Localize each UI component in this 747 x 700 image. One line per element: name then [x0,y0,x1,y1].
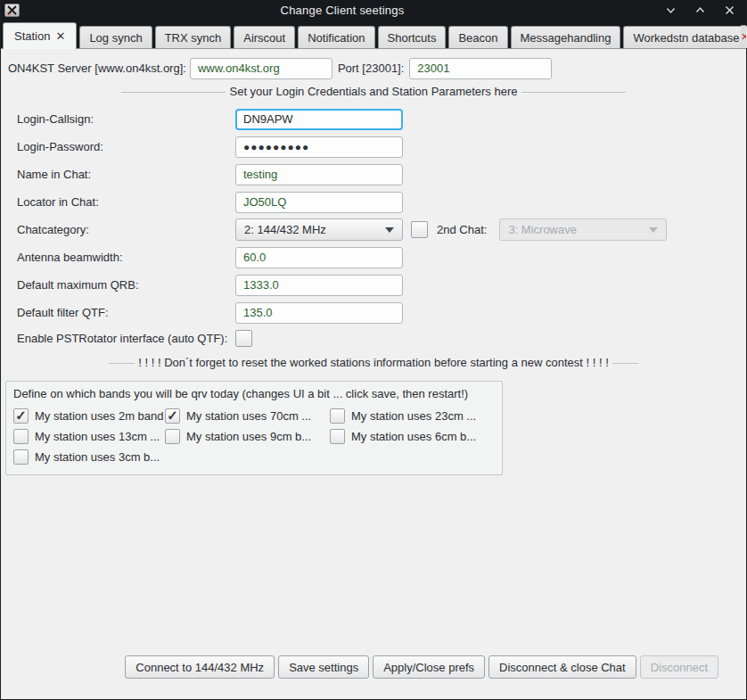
band-13cm-checkbox[interactable] [13,429,29,444]
second-chat-checkbox[interactable] [411,221,428,238]
chatcategory-label: Chatcategory: [17,223,235,236]
second-chat-value: 3: Microwave [508,223,577,236]
band-70cm-label: My station uses 70cm ... [186,409,311,423]
max-qrb-label: Default maximum QRB: [17,278,235,292]
tab-messagehandling[interactable]: Messagehandling [511,26,621,48]
max-qrb-input[interactable] [235,275,403,296]
locator-input[interactable] [235,192,403,213]
contest-warning-separator: ! ! ! ! Don´t forget to reset the worked… [109,356,638,369]
band-3cm-item: My station uses 3cm b... [13,449,165,465]
window-title: Change Client seetings [20,4,665,17]
close-icon[interactable] [724,4,735,16]
band-70cm-item: ✓ My station uses 70cm ... [165,408,330,424]
tab-beacon[interactable]: Beacon [448,26,507,48]
tab-bar: Station ✕ Log synch TRX synch Airscout N… [1,20,746,49]
login-callsign-label: Login-Callsign: [17,112,235,126]
tab-trx-synch[interactable]: TRX synch [155,26,232,48]
band-6cm-label: My station uses 6cm b... [351,430,476,443]
filter-qtf-input[interactable] [235,302,403,324]
x11-logo-icon [7,5,17,15]
bands-groupbox: Define on which bands you will be qrv to… [5,381,503,475]
band-9cm-label: My station uses 9cm b... [186,430,311,443]
app-icon[interactable] [4,4,20,17]
chat-name-input[interactable] [235,164,403,185]
server-label: ON4KST Server [www.on4kst.org]: [8,62,186,75]
band-13cm-item: My station uses 13cm ... [13,429,165,444]
checkmark-icon: ✓ [167,408,178,422]
band-2m-item: ✓ My station uses 2m band [13,408,165,424]
band-23cm-label: My station uses 23cm ... [351,409,476,423]
checkmark-icon: ✓ [15,408,27,422]
maximize-icon[interactable] [694,4,706,16]
contest-warning-text: ! ! ! ! Don´t forget to reset the worked… [135,356,612,369]
credentials-section-separator: Set your Login Credentials and Station P… [121,85,626,98]
port-input[interactable] [409,58,552,79]
tab-log-synch[interactable]: Log synch [79,26,152,48]
server-input[interactable] [190,58,332,79]
band-9cm-item: My station uses 9cm b... [165,429,330,444]
band-23cm-checkbox[interactable] [330,408,345,424]
save-settings-button[interactable]: Save settings [278,655,369,679]
login-password-label: Login-Password: [17,140,235,153]
beamwidth-input[interactable] [235,247,403,268]
band-6cm-checkbox[interactable] [330,429,345,444]
tab-airscout[interactable]: Airscout [234,26,295,48]
disconnect-close-chat-button[interactable]: Disconnect & close Chat [488,655,636,679]
login-callsign-input[interactable] [235,109,403,130]
dropdown-arrow-icon [385,227,394,233]
tab-notification[interactable]: Notification [298,26,374,48]
tab-station-close-icon[interactable]: ✕ [55,29,65,43]
settings-window: Change Client seetings Station ✕ Log syn… [0,0,747,700]
credentials-section-title: Set your Login Credentials and Station P… [226,85,521,98]
band-70cm-checkbox[interactable]: ✓ [165,408,180,424]
apply-close-prefs-button[interactable]: Apply/Close prefs [373,655,485,679]
titlebar: Change Client seetings [1,0,746,20]
band-2m-checkbox[interactable]: ✓ [13,408,29,424]
second-chat-label: 2nd Chat: [437,223,487,236]
band-23cm-item: My station uses 23cm ... [330,408,476,424]
chatcategory-dropdown[interactable]: 2: 144/432 MHz [235,218,403,241]
tab-workedstn-database[interactable]: Workedstn database [623,26,747,48]
tab-station-label: Station [14,29,50,43]
port-label: Port [23001]: [338,62,404,75]
disconnect-button: Disconnect [640,655,718,679]
locator-label: Locator in Chat: [17,195,235,209]
station-tab-panel: ON4KST Server [www.on4kst.org]: Port [23… [1,49,746,699]
dropdown-arrow-icon [649,227,658,233]
bands-groupbox-title: Define on which bands you will be qrv to… [13,387,495,400]
band-3cm-label: My station uses 3cm b... [35,450,160,464]
tab-overflow-indicator: ✕ [741,25,746,48]
second-chat-dropdown: 3: Microwave [499,218,667,241]
band-6cm-item: My station uses 6cm b... [330,429,476,444]
bottom-button-row: Connect to 144/432 MHz Save settings App… [125,655,718,679]
connect-button[interactable]: Connect to 144/432 MHz [125,655,275,679]
band-13cm-label: My station uses 13cm ... [35,430,160,443]
chatcategory-value: 2: 144/432 MHz [244,223,326,236]
tab-station[interactable]: Station ✕ [3,22,77,49]
beamwidth-label: Antenna beamwidth: [17,251,235,264]
pstrotator-label: Enable PSTRotator interface (auto QTF): [17,332,235,345]
band-9cm-checkbox[interactable] [165,429,180,444]
band-3cm-checkbox[interactable] [13,449,29,465]
tab-shortcuts[interactable]: Shortcuts [378,26,447,48]
pstrotator-checkbox[interactable] [235,330,252,347]
chat-name-label: Name in Chat: [17,168,235,181]
login-password-input[interactable] [235,136,403,158]
minimize-icon[interactable] [665,4,677,16]
band-2m-label: My station uses 2m band [35,409,164,423]
filter-qtf-label: Default filter QTF: [17,306,235,319]
